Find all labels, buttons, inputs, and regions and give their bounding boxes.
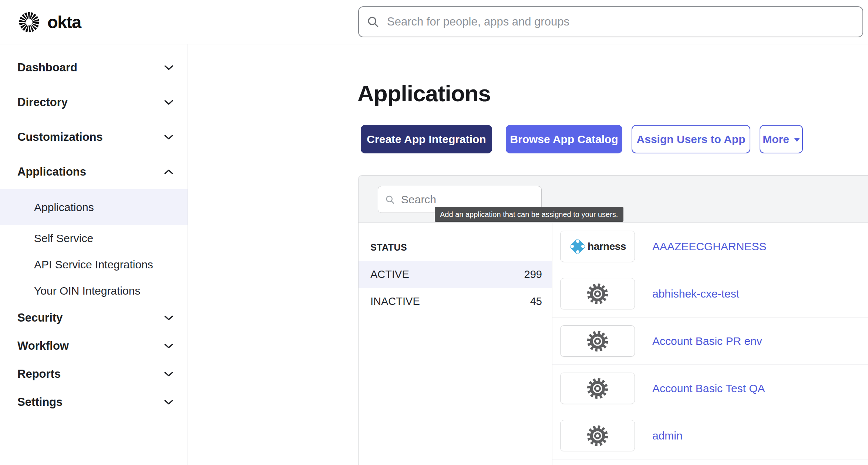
sidebar-item-label: Dashboard (17, 61, 77, 74)
gear-icon (586, 330, 609, 353)
sidebar-item-reports[interactable]: Reports (0, 360, 188, 388)
sidebar-item-customizations[interactable]: Customizations (0, 120, 188, 155)
chevron-down-icon (164, 371, 174, 377)
browse-app-catalog-button[interactable]: Browse App Catalog (506, 125, 622, 153)
app-row: Account Basic Test QA (552, 365, 868, 412)
harness-logo-text: harness (588, 241, 626, 252)
app-link-abhishek-cxe-test[interactable]: abhishek-cxe-test (652, 288, 739, 300)
app-search-input[interactable] (400, 193, 545, 206)
sidebar-item-workflow[interactable]: Workflow (0, 332, 188, 360)
sidebar: DashboardDirectoryCustomizationsApplicat… (0, 44, 188, 465)
app-icon-tile (560, 278, 635, 309)
gear-icon (586, 282, 609, 305)
sidebar-item-label: Customizations (17, 130, 103, 144)
app-icon-tile (560, 325, 635, 357)
assign-users-to-app-button[interactable]: Assign Users to App (632, 125, 750, 153)
app-row: admin (552, 412, 868, 459)
sidebar-item-label: Self Service (34, 232, 93, 245)
harness-logo-mark (569, 238, 586, 255)
app-link-account-basic-test-qa[interactable]: Account Basic Test QA (652, 382, 765, 395)
app-row: Account Basic PR env (552, 318, 868, 365)
more-button-label: More (763, 133, 789, 146)
chevron-up-icon (164, 169, 174, 175)
app-icon-tile (560, 373, 635, 404)
sidebar-item-label: Applications (17, 165, 86, 179)
app-link-account-basic-pr-env[interactable]: Account Basic PR env (652, 335, 762, 347)
panel-body: STATUS ACTIVE299INACTIVE45 harnessAAAZEE… (359, 223, 868, 465)
sidebar-item-label: Your OIN Integrations (34, 285, 140, 297)
okta-logo-icon (18, 11, 40, 33)
global-search-input[interactable] (386, 15, 855, 29)
app-list: harnessAAAZEECGHARNESSabhishek-cxe-testA… (552, 223, 868, 465)
top-header: okta (0, 0, 868, 44)
app-row: harnessAAAZEECGHARNESS (552, 223, 868, 270)
sidebar-item-security[interactable]: Security (0, 304, 188, 332)
status-filter-heading: STATUS (359, 242, 552, 253)
global-search[interactable] (358, 6, 863, 37)
sidebar-item-api-service-integrations[interactable]: API Service Integrations (0, 251, 188, 278)
chevron-down-icon (164, 134, 174, 140)
sidebar-item-applications[interactable]: Applications (0, 189, 188, 225)
status-filter-label: INACTIVE (370, 295, 420, 308)
okta-logo: okta (18, 0, 81, 44)
status-filter-inactive[interactable]: INACTIVE45 (359, 288, 552, 315)
search-icon (366, 15, 380, 28)
page-title: Applications (357, 82, 491, 105)
sidebar-item-label: Applications (34, 201, 94, 214)
sidebar-item-label: Security (17, 311, 63, 325)
more-button[interactable]: More (760, 125, 803, 153)
status-filter-count: 45 (530, 295, 542, 308)
status-filter-active[interactable]: ACTIVE299 (359, 261, 552, 288)
tooltip: Add an application that can be assigned … (435, 207, 623, 222)
status-filter-count: 299 (524, 268, 542, 281)
status-filter-rows: ACTIVE299INACTIVE45 (359, 261, 552, 315)
sidebar-item-label: Workflow (17, 339, 69, 353)
sidebar-item-label: Settings (17, 396, 63, 409)
dropdown-arrow-icon (794, 138, 800, 142)
chevron-down-icon (164, 399, 174, 405)
sidebar-item-self-service[interactable]: Self Service (0, 225, 188, 251)
app-icon-tile (560, 420, 635, 451)
chevron-down-icon (164, 343, 174, 349)
app-row: abhishek-cxe-test (552, 270, 868, 318)
chevron-down-icon (164, 315, 174, 321)
app-icon-tile: harness (560, 231, 635, 262)
status-filter-label: ACTIVE (370, 268, 409, 281)
gear-icon (586, 424, 609, 447)
gear-icon (586, 377, 609, 400)
app-link-aaazeecgharness[interactable]: AAAZEECGHARNESS (652, 240, 766, 253)
chevron-down-icon (164, 99, 174, 105)
search-icon (385, 194, 395, 205)
sidebar-item-directory[interactable]: Directory (0, 85, 188, 120)
sidebar-item-your-oin-integrations[interactable]: Your OIN Integrations (0, 278, 188, 304)
sidebar-item-settings[interactable]: Settings (0, 388, 188, 416)
status-filter: STATUS ACTIVE299INACTIVE45 (359, 223, 552, 465)
okta-logo-text: okta (47, 12, 81, 32)
sidebar-item-label: Reports (17, 367, 61, 381)
sidebar-item-applications[interactable]: Applications (0, 155, 188, 189)
harness-logo: harness (569, 238, 626, 255)
sidebar-item-label: API Service Integrations (34, 258, 153, 271)
sidebar-item-label: Directory (17, 96, 68, 109)
chevron-down-icon (164, 65, 174, 71)
create-app-integration-button[interactable]: Create App Integration (361, 125, 492, 153)
app-link-admin[interactable]: admin (652, 430, 683, 442)
sidebar-item-dashboard[interactable]: Dashboard (0, 50, 188, 85)
